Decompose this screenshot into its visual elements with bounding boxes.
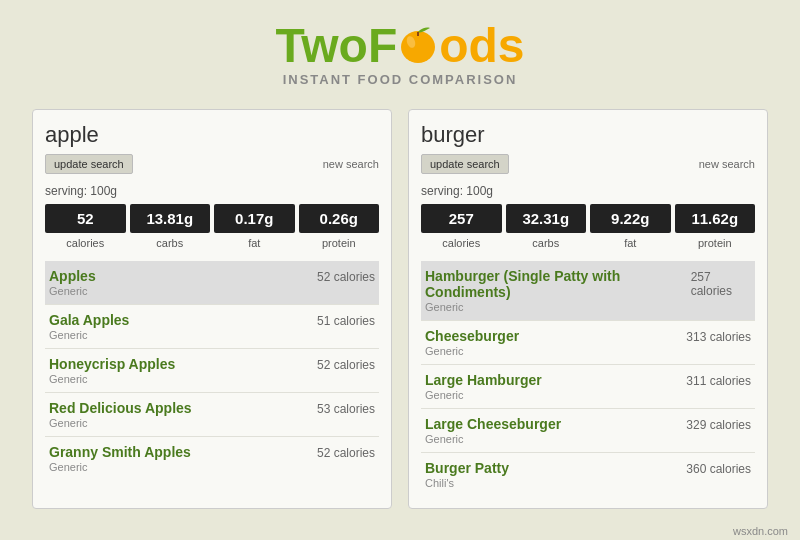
list-item[interactable]: Apples52 caloriesGeneric <box>45 261 379 305</box>
left-food-list: Apples52 caloriesGenericGala Apples51 ca… <box>45 261 379 480</box>
list-item[interactable]: Granny Smith Apples52 caloriesGeneric <box>45 437 379 480</box>
food-brand: Generic <box>49 329 375 341</box>
list-item[interactable]: Cheeseburger313 caloriesGeneric <box>421 321 755 365</box>
main-content: apple update search new search serving: … <box>0 97 800 521</box>
logo: TwoF ods <box>0 18 800 70</box>
logo-f: F <box>368 19 397 72</box>
list-item[interactable]: Hamburger (Single Patty with Condiments)… <box>421 261 755 321</box>
apple-icon <box>397 22 439 66</box>
left-calories-label: calories <box>45 237 126 249</box>
logo-ods: ods <box>439 19 524 72</box>
food-brand: Generic <box>425 389 751 401</box>
list-item[interactable]: Gala Apples51 caloriesGeneric <box>45 305 379 349</box>
food-calories: 52 calories <box>317 358 375 372</box>
food-name: Large Hamburger <box>425 372 542 388</box>
left-protein-box: 0.26g <box>299 204 380 233</box>
header: TwoF ods INSTANT FOOD COMPARISON <box>0 0 800 97</box>
food-name: Gala Apples <box>49 312 129 328</box>
food-name: Cheeseburger <box>425 328 519 344</box>
food-brand: Generic <box>425 433 751 445</box>
list-item[interactable]: Burger Patty360 caloriesChili's <box>421 453 755 496</box>
right-panel: burger update search new search serving:… <box>408 109 768 509</box>
food-name: Large Cheeseburger <box>425 416 561 432</box>
right-fat-label: fat <box>590 237 671 249</box>
left-calories-box: 52 <box>45 204 126 233</box>
food-calories: 257 calories <box>691 270 751 298</box>
right-calories-box: 257 <box>421 204 502 233</box>
food-calories: 51 calories <box>317 314 375 328</box>
list-item[interactable]: Large Cheeseburger329 caloriesGeneric <box>421 409 755 453</box>
right-nutrition-labels: calories carbs fat protein <box>421 237 755 249</box>
left-search-bar: update search new search <box>45 154 379 174</box>
list-item[interactable]: Red Delicious Apples53 caloriesGeneric <box>45 393 379 437</box>
food-name: Burger Patty <box>425 460 509 476</box>
food-name: Red Delicious Apples <box>49 400 192 416</box>
footer-url: wsxdn.com <box>733 525 788 537</box>
right-search-query: burger <box>421 122 755 148</box>
food-calories: 360 calories <box>686 462 751 476</box>
food-brand: Chili's <box>425 477 751 489</box>
food-calories: 329 calories <box>686 418 751 432</box>
right-serving-label: serving: 100g <box>421 184 755 198</box>
left-search-query: apple <box>45 122 379 148</box>
subtitle: INSTANT FOOD COMPARISON <box>0 72 800 87</box>
food-brand: Generic <box>49 461 375 473</box>
left-nutrition-labels: calories carbs fat protein <box>45 237 379 249</box>
food-name: Hamburger (Single Patty with Condiments) <box>425 268 691 300</box>
food-calories: 52 calories <box>317 270 375 284</box>
food-brand: Generic <box>425 345 751 357</box>
right-new-search-link[interactable]: new search <box>699 158 755 170</box>
food-calories: 311 calories <box>686 374 751 388</box>
right-food-list: Hamburger (Single Patty with Condiments)… <box>421 261 755 496</box>
food-brand: Generic <box>425 301 751 313</box>
right-update-search-button[interactable]: update search <box>421 154 509 174</box>
left-protein-label: protein <box>299 237 380 249</box>
left-fat-label: fat <box>214 237 295 249</box>
food-calories: 313 calories <box>686 330 751 344</box>
food-brand: Generic <box>49 373 375 385</box>
left-carbs-label: carbs <box>130 237 211 249</box>
left-nutrition-row: 52 13.81g 0.17g 0.26g <box>45 204 379 233</box>
food-brand: Generic <box>49 417 375 429</box>
food-name: Granny Smith Apples <box>49 444 191 460</box>
footer: wsxdn.com <box>0 521 800 540</box>
logo-two: Two <box>275 19 367 72</box>
food-brand: Generic <box>49 285 375 297</box>
left-serving-label: serving: 100g <box>45 184 379 198</box>
left-new-search-link[interactable]: new search <box>323 158 379 170</box>
left-fat-box: 0.17g <box>214 204 295 233</box>
right-fat-box: 9.22g <box>590 204 671 233</box>
right-nutrition-row: 257 32.31g 9.22g 11.62g <box>421 204 755 233</box>
food-name: Honeycrisp Apples <box>49 356 175 372</box>
left-carbs-box: 13.81g <box>130 204 211 233</box>
food-name: Apples <box>49 268 96 284</box>
right-carbs-box: 32.31g <box>506 204 587 233</box>
right-protein-box: 11.62g <box>675 204 756 233</box>
list-item[interactable]: Honeycrisp Apples52 caloriesGeneric <box>45 349 379 393</box>
right-protein-label: protein <box>675 237 756 249</box>
right-search-bar: update search new search <box>421 154 755 174</box>
food-calories: 52 calories <box>317 446 375 460</box>
food-calories: 53 calories <box>317 402 375 416</box>
right-carbs-label: carbs <box>506 237 587 249</box>
right-calories-label: calories <box>421 237 502 249</box>
left-update-search-button[interactable]: update search <box>45 154 133 174</box>
list-item[interactable]: Large Hamburger311 caloriesGeneric <box>421 365 755 409</box>
left-panel: apple update search new search serving: … <box>32 109 392 509</box>
